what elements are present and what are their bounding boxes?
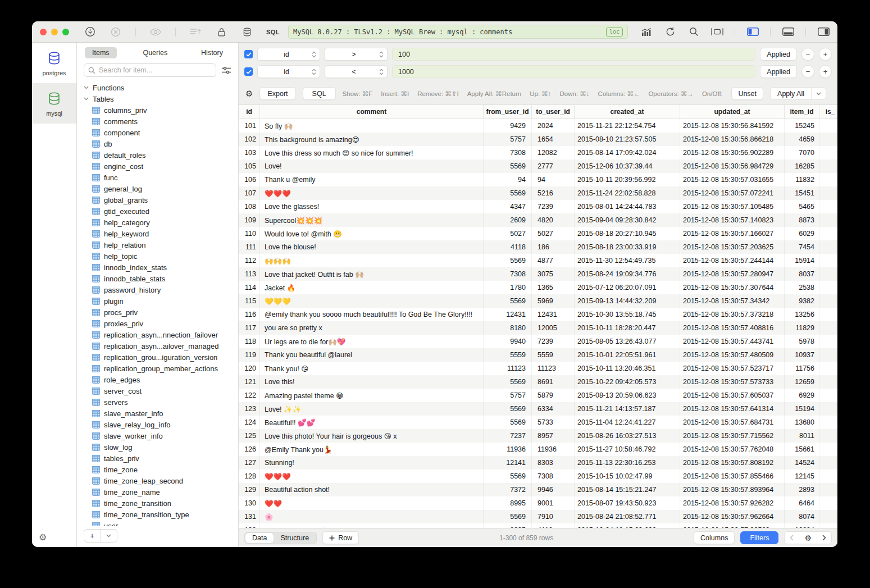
cell-from_user_id[interactable]: 5569 — [484, 470, 532, 483]
cell-comment[interactable]: This background is amazing😍 — [260, 133, 484, 146]
sidebar-table-db[interactable]: db — [77, 138, 238, 149]
search-icon[interactable] — [687, 26, 700, 38]
cell-created_at[interactable]: 2015-11-27 10:58:46.792 — [575, 443, 680, 456]
cell-comment[interactable]: So fly 🙌🏼 — [260, 119, 484, 133]
cell-comment[interactable]: you are so pretty x — [260, 321, 484, 335]
cell-created_at[interactable]: 2015-08-05 13:26:43.077 — [575, 335, 680, 348]
cell-from_user_id[interactable]: 5757 — [484, 133, 532, 146]
filter-applied-button[interactable]: Applied — [760, 65, 797, 78]
cell-is_[interactable] — [819, 321, 837, 335]
cell-comment[interactable]: Love that jumper! 🙌🏽 — [260, 523, 484, 528]
cell-id[interactable]: 111 — [239, 240, 260, 254]
sidebar-table-time_zone_leap_second[interactable]: time_zone_leap_second — [77, 475, 238, 486]
sidebar-table-time_zone_transition_type[interactable]: time_zone_transition_type — [77, 509, 238, 520]
cell-id[interactable]: 120 — [239, 362, 260, 375]
cell-comment[interactable]: Thank you beautiful @laurel — [260, 348, 484, 362]
cell-updated_at[interactable]: 2015-12-08 15:30:57.99569 — [680, 523, 785, 528]
cell-created_at[interactable]: 2015-11-04 12:24:41.227 — [575, 416, 680, 429]
cell-from_user_id[interactable]: 5027 — [484, 227, 532, 240]
column-header-comment[interactable]: comment — [260, 105, 484, 118]
filter-value-input[interactable]: 1000 — [392, 65, 755, 78]
sidebar-table-func[interactable]: func — [77, 172, 238, 183]
cell-item_id[interactable]: 8873 — [785, 213, 819, 227]
cell-created_at[interactable]: 2015-10-01 22:05:51.961 — [575, 348, 680, 362]
cell-comment[interactable]: Thank you! 😘 — [260, 362, 484, 375]
column-header-is_[interactable]: is_ — [819, 105, 837, 118]
cell-updated_at[interactable]: 2015-12-08 15:30:57.34342 — [680, 294, 785, 308]
cell-updated_at[interactable]: 2015-12-08 15:30:56.841592 — [680, 119, 785, 133]
filter-settings-gear-icon[interactable]: ⚙ — [245, 89, 253, 98]
cell-comment[interactable]: Love! — [260, 159, 484, 173]
cell-from_user_id[interactable]: 5559 — [484, 348, 532, 362]
cell-is_[interactable] — [819, 173, 837, 186]
cell-id[interactable]: 131 — [239, 510, 260, 523]
cell-to_user_id[interactable]: 2024 — [532, 119, 575, 133]
next-page-button[interactable] — [817, 532, 831, 544]
cell-to_user_id[interactable]: 5733 — [532, 416, 575, 429]
cell-id[interactable]: 113 — [239, 267, 260, 281]
cell-from_user_id[interactable]: 9940 — [484, 335, 532, 348]
sql-editor-icon[interactable]: SQL — [267, 26, 279, 38]
cell-to_user_id[interactable]: 186 — [532, 240, 575, 254]
sql-button[interactable]: SQL — [303, 87, 336, 100]
cell-id[interactable]: 118 — [239, 335, 260, 348]
close-window-button[interactable] — [40, 29, 47, 35]
cell-updated_at[interactable]: 2015-12-08 15:30:57.762048 — [680, 443, 785, 456]
cell-item_id[interactable]: 11832 — [785, 173, 819, 186]
cell-item_id[interactable]: 15914 — [785, 254, 819, 267]
sidebar-table-engine_cost[interactable]: engine_cost — [77, 161, 238, 172]
cell-is_[interactable] — [819, 281, 837, 294]
cell-comment[interactable]: Love this photo! Your hair is gorgeous 😘… — [260, 429, 484, 443]
cell-is_[interactable] — [819, 186, 837, 200]
cell-id[interactable]: 114 — [239, 281, 260, 294]
cell-id[interactable]: 107 — [239, 186, 260, 200]
remove-filter-button[interactable]: − — [801, 65, 814, 78]
tree-group-tables[interactable]: Tables — [77, 93, 238, 104]
cell-item_id[interactable]: 2538 — [785, 281, 819, 294]
cell-is_[interactable] — [819, 416, 837, 429]
cell-item_id[interactable]: 6929 — [785, 389, 819, 402]
cell-comment[interactable]: @emily thank you soooo much beautiful!!!… — [260, 308, 484, 321]
cell-comment[interactable]: Beautiful action shot! — [260, 483, 484, 496]
cell-to_user_id[interactable]: 8957 — [532, 429, 575, 443]
cell-id[interactable]: 101 — [239, 119, 260, 133]
sidebar-table-general_log[interactable]: general_log — [77, 183, 238, 194]
sidebar-table-help_topic[interactable]: help_topic — [77, 250, 238, 262]
cell-is_[interactable] — [819, 483, 837, 496]
cell-created_at[interactable]: 2015-08-14 17:09:42.024 — [575, 146, 680, 159]
sidebar-table-replication_asyn___ailover_managed[interactable]: replication_asyn...ailover_managed — [77, 340, 238, 352]
cell-created_at[interactable]: 2015-07-12 06:20:07.091 — [575, 281, 680, 294]
cell-is_[interactable] — [819, 348, 837, 362]
cell-item_id[interactable]: 13256 — [785, 308, 819, 321]
cell-updated_at[interactable]: 2015-12-08 15:30:57.573733 — [680, 375, 785, 389]
cell-comment[interactable]: Love this! — [260, 375, 484, 389]
cell-created_at[interactable]: 2015-10-11 20:39:56.992 — [575, 173, 680, 186]
cell-created_at[interactable]: 2015-11-13 22:30:16.253 — [575, 456, 680, 470]
add-filter-button[interactable]: + — [819, 65, 832, 78]
sidebar-table-plugin[interactable]: plugin — [77, 295, 238, 307]
cell-updated_at[interactable]: 2015-12-08 15:30:57.072241 — [680, 186, 785, 200]
cell-updated_at[interactable]: 2015-12-08 15:30:57.373218 — [680, 308, 785, 321]
column-header-id[interactable]: id — [239, 105, 260, 118]
cell-updated_at[interactable]: 2015-12-08 15:30:57.684731 — [680, 416, 785, 429]
cell-id[interactable]: 122 — [239, 389, 260, 402]
cell-item_id[interactable]: 16285 — [785, 159, 819, 173]
cell-is_[interactable] — [819, 375, 837, 389]
cell-created_at[interactable]: 2015-10-11 18:28:20.447 — [575, 321, 680, 335]
sidebar-table-innodb_table_stats[interactable]: innodb_table_stats — [77, 273, 238, 284]
cell-updated_at[interactable]: 2015-12-08 15:30:57.926282 — [680, 496, 785, 510]
sidebar-table-time_zone_name[interactable]: time_zone_name — [77, 486, 238, 498]
connect-icon[interactable] — [84, 26, 96, 38]
cell-from_user_id[interactable]: 5569 — [484, 186, 532, 200]
cell-id[interactable]: 130 — [239, 496, 260, 510]
cell-is_[interactable] — [819, 227, 837, 240]
cell-updated_at[interactable]: 2015-12-08 15:30:57.480509 — [680, 348, 785, 362]
cell-created_at[interactable]: 2015-08-18 20:27:10.945 — [575, 227, 680, 240]
filter-column-select[interactable]: id — [257, 65, 320, 78]
cell-to_user_id[interactable]: 3075 — [532, 267, 575, 281]
cell-to_user_id[interactable]: 2777 — [532, 159, 575, 173]
cell-id[interactable]: 129 — [239, 483, 260, 496]
sidebar-table-slow_log[interactable]: slow_log — [77, 441, 238, 453]
sidebar-table-password_history[interactable]: password_history — [77, 284, 238, 295]
cell-to_user_id[interactable]: 5969 — [532, 294, 575, 308]
